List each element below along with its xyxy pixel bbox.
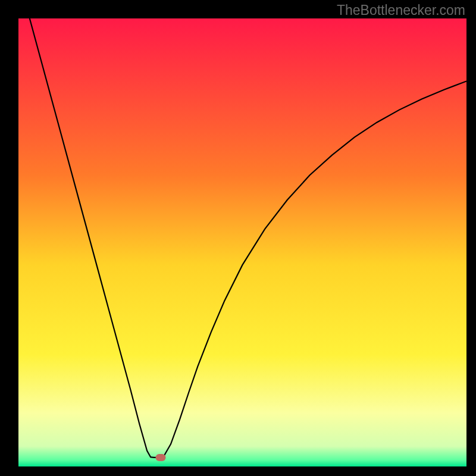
chart-marker-dot [156, 454, 166, 461]
watermark-text: TheBottlenecker.com [337, 2, 465, 18]
chart-curve [18, 18, 466, 466]
chart-plot-area [18, 18, 466, 466]
